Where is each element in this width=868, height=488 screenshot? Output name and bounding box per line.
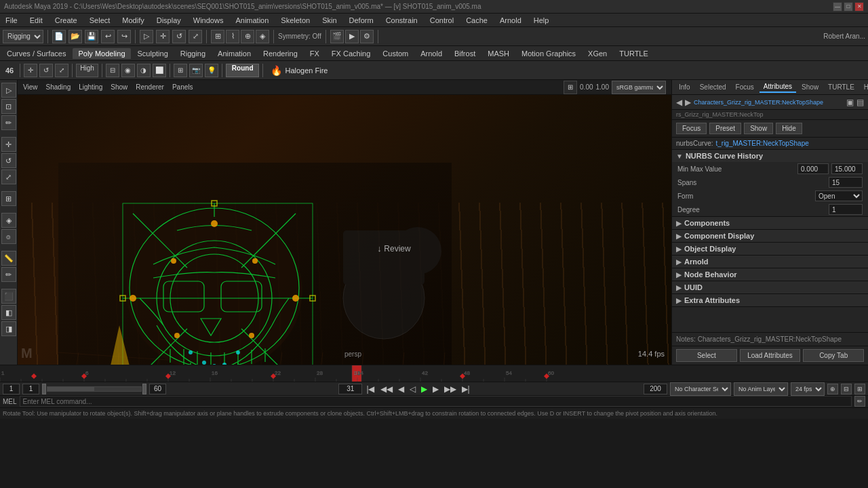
annotation-btn[interactable]: ✏ bbox=[1, 267, 16, 282]
uuid-header[interactable]: ▶ UUID bbox=[672, 281, 868, 293]
paint-select-btn[interactable]: ✏ bbox=[1, 115, 16, 130]
panel-tab-focus[interactable]: Focus bbox=[732, 82, 758, 92]
tab-fx-caching[interactable]: FX Caching bbox=[326, 48, 376, 59]
extra-attr-header[interactable]: ▶ Extra Attributes bbox=[672, 294, 868, 306]
menu-control[interactable]: Control bbox=[427, 16, 456, 24]
menu-help[interactable]: Help bbox=[531, 16, 552, 24]
light-icon[interactable]: 💡 bbox=[205, 64, 218, 77]
round-button[interactable]: Round bbox=[226, 64, 260, 77]
current-start-input[interactable] bbox=[22, 384, 39, 394]
hide-button[interactable]: Hide bbox=[776, 123, 802, 134]
save-file-button[interactable]: 💾 bbox=[85, 30, 98, 43]
lasso-select-btn[interactable]: ⊡ bbox=[1, 99, 16, 114]
nurbs-section-header[interactable]: ▼ NURBS Curve History bbox=[672, 150, 868, 162]
menu-cache[interactable]: Cache bbox=[463, 16, 490, 24]
shading-menu[interactable]: Shading bbox=[43, 83, 74, 91]
prev-frame-button[interactable]: ◀ bbox=[397, 384, 406, 394]
min-value-input[interactable] bbox=[797, 163, 829, 174]
tab-curves-surfaces[interactable]: Curves / Surfaces bbox=[1, 48, 71, 59]
render-region-btn[interactable]: ⬛ bbox=[1, 289, 16, 304]
current-frame-input[interactable] bbox=[338, 384, 362, 394]
snap-curve[interactable]: ⌇ bbox=[226, 30, 239, 43]
go-to-end-button[interactable]: ▶| bbox=[460, 384, 471, 394]
tab-xgen[interactable]: XGen bbox=[583, 48, 612, 59]
new-file-button[interactable]: 📄 bbox=[52, 30, 66, 43]
menu-modify[interactable]: Modify bbox=[119, 16, 146, 24]
lighting-menu[interactable]: Lighting bbox=[76, 83, 105, 91]
menu-display[interactable]: Display bbox=[154, 16, 184, 24]
tab-rendering[interactable]: Rendering bbox=[258, 48, 303, 59]
tab-rigging[interactable]: Rigging bbox=[175, 48, 211, 59]
next-frame-button[interactable]: ▶ bbox=[431, 384, 440, 394]
render-view[interactable]: 🎬 bbox=[330, 30, 344, 43]
tab-mash[interactable]: MASH bbox=[482, 48, 515, 59]
form-select[interactable]: Open Closed Periodic bbox=[815, 190, 863, 201]
attr-icon-1[interactable]: ▣ bbox=[846, 98, 854, 107]
play-back-button[interactable]: ◁ bbox=[408, 384, 417, 394]
soft-select-btn[interactable]: ◈ bbox=[1, 213, 16, 228]
tab-animation[interactable]: Animation bbox=[212, 48, 256, 59]
move-tool[interactable]: ✛ bbox=[156, 30, 170, 43]
colorspace-select[interactable]: sRGB gamma bbox=[612, 81, 666, 94]
tab-motion-graphics[interactable]: Motion Graphics bbox=[516, 48, 581, 59]
fps-select[interactable]: 24 fps bbox=[791, 382, 825, 396]
display-layer-btn[interactable]: ◧ bbox=[1, 305, 16, 320]
tab-turtle[interactable]: TURTLE bbox=[614, 48, 654, 59]
render-layer-btn[interactable]: ◨ bbox=[1, 321, 16, 336]
menu-windows[interactable]: Windows bbox=[191, 16, 226, 24]
character-set-select[interactable]: No Character Set bbox=[670, 382, 731, 396]
show-button[interactable]: Show bbox=[744, 123, 773, 134]
snap-surface[interactable]: ◈ bbox=[256, 30, 269, 43]
mel-input[interactable] bbox=[20, 396, 852, 407]
select-tool[interactable]: ▷ bbox=[140, 30, 153, 43]
prev-key-button[interactable]: ◀◀ bbox=[379, 384, 394, 394]
tab-sculpting[interactable]: Sculpting bbox=[132, 48, 174, 59]
range-start-handle[interactable] bbox=[42, 384, 46, 394]
panel-tab-selected[interactable]: Selected bbox=[696, 82, 730, 92]
component-display-header[interactable]: ▶ Component Display bbox=[672, 230, 868, 242]
auto-key-button[interactable]: ⊕ bbox=[827, 384, 838, 394]
transform-icon[interactable]: ✛ bbox=[24, 64, 37, 77]
menu-arnold[interactable]: Arnold bbox=[497, 16, 524, 24]
snap-grid[interactable]: ⊞ bbox=[211, 30, 224, 43]
panel-tab-attributes[interactable]: Attributes bbox=[760, 81, 796, 93]
scale-btn[interactable]: ⤢ bbox=[1, 169, 16, 184]
range-start-input[interactable] bbox=[3, 384, 20, 394]
attr-next-button[interactable]: ▶ bbox=[685, 98, 691, 107]
measure-btn[interactable]: 📏 bbox=[1, 251, 16, 266]
render-settings[interactable]: ⚙ bbox=[360, 30, 374, 43]
tab-arnold[interactable]: Arnold bbox=[415, 48, 448, 59]
menu-constrain[interactable]: Constrain bbox=[383, 16, 420, 24]
mel-language-select[interactable]: MEL bbox=[3, 398, 17, 405]
range-end2-input[interactable] bbox=[644, 384, 667, 394]
node-behavior-header[interactable]: ▶ Node Behavior bbox=[672, 268, 868, 281]
minimize-button[interactable]: — bbox=[833, 2, 842, 12]
grid-icon[interactable]: ⊞ bbox=[174, 64, 187, 77]
renderer-menu[interactable]: Renderer bbox=[133, 83, 167, 91]
select-button[interactable]: Select bbox=[676, 349, 737, 362]
sculpt-btn[interactable]: ⌾ bbox=[1, 229, 16, 244]
script-editor-button[interactable]: ✏ bbox=[854, 396, 865, 407]
play-forward-button[interactable]: ▶ bbox=[420, 384, 429, 394]
flat-shade-icon[interactable]: ◑ bbox=[137, 64, 151, 77]
snap-point[interactable]: ⊕ bbox=[241, 30, 254, 43]
copy-tab-button[interactable]: Copy Tab bbox=[803, 349, 864, 362]
layout-icon-2[interactable]: ⊞ bbox=[854, 384, 865, 394]
open-file-button[interactable]: 📂 bbox=[68, 30, 82, 43]
tab-fx[interactable]: FX bbox=[304, 48, 325, 59]
close-button[interactable]: ✕ bbox=[854, 2, 864, 12]
tab-poly-modeling[interactable]: Poly Modeling bbox=[73, 48, 130, 59]
rotate-icon[interactable]: ↺ bbox=[39, 64, 53, 77]
bounding-box-icon[interactable]: ⬜ bbox=[153, 64, 166, 77]
range-end-input[interactable] bbox=[149, 384, 166, 394]
undo-button[interactable]: ↩ bbox=[101, 30, 115, 43]
3d-viewport[interactable]: ↓ Review 14.4 fps persp M bbox=[18, 95, 671, 365]
show-menu[interactable]: Show bbox=[108, 83, 130, 91]
wireframe-icon[interactable]: ⊟ bbox=[106, 64, 119, 77]
attr-prev-button[interactable]: ◀ bbox=[676, 98, 682, 107]
mode-select[interactable]: Rigging bbox=[3, 30, 43, 43]
vp-grid-toggle[interactable]: ⊞ bbox=[564, 81, 577, 94]
panel-tab-show[interactable]: Show bbox=[797, 82, 823, 92]
menu-create[interactable]: Create bbox=[52, 16, 80, 24]
panel-tab-turtle[interactable]: TURTLE bbox=[824, 82, 859, 92]
